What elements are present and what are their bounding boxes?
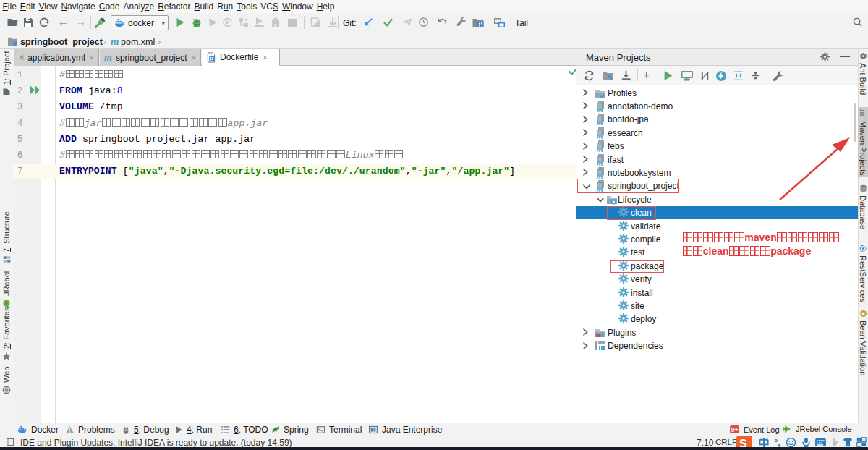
svg-text:m: m [597, 158, 603, 166]
svg-text:m: m [597, 171, 603, 179]
svg-text:m: m [684, 76, 689, 82]
svg-text:m: m [597, 144, 603, 152]
svg-text:9+: 9+ [731, 426, 739, 433]
svg-text:m: m [597, 131, 603, 139]
svg-text:m: m [597, 104, 603, 112]
svg-text:m: m [597, 117, 603, 125]
